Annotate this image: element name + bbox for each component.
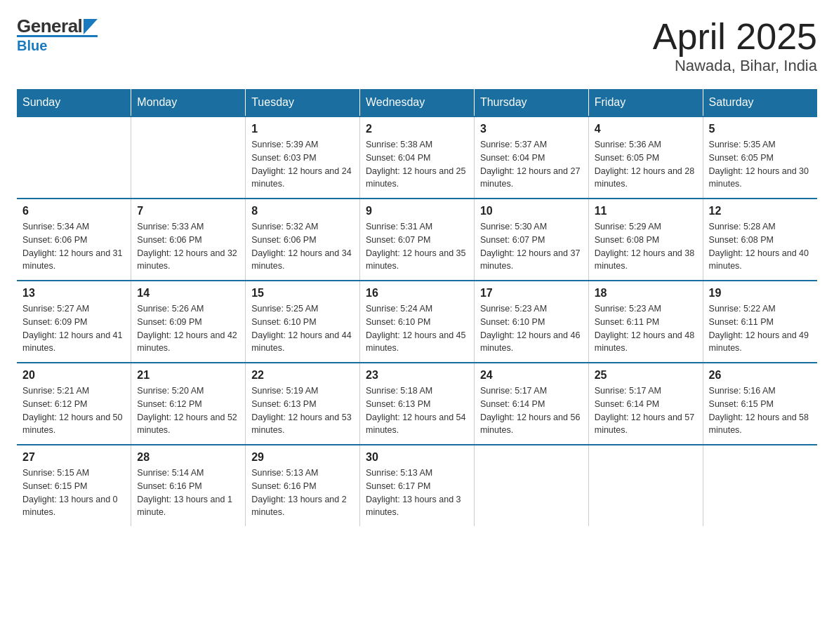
calendar-cell: 13Sunrise: 5:27 AMSunset: 6:09 PMDayligh… <box>17 281 131 363</box>
calendar-cell: 10Sunrise: 5:30 AMSunset: 6:07 PMDayligh… <box>474 199 588 281</box>
calendar-cell: 20Sunrise: 5:21 AMSunset: 6:12 PMDayligh… <box>17 363 131 445</box>
day-info: Sunrise: 5:33 AMSunset: 6:06 PMDaylight:… <box>137 220 239 273</box>
day-number: 21 <box>137 369 239 382</box>
calendar-cell: 18Sunrise: 5:23 AMSunset: 6:11 PMDayligh… <box>588 281 703 363</box>
day-info: Sunrise: 5:23 AMSunset: 6:11 PMDaylight:… <box>595 302 697 355</box>
day-number: 6 <box>22 205 125 217</box>
logo-top: General <box>17 17 82 35</box>
day-number: 28 <box>137 451 239 464</box>
day-info: Sunrise: 5:21 AMSunset: 6:12 PMDaylight:… <box>22 384 125 437</box>
day-number: 30 <box>366 451 468 464</box>
calendar-cell <box>588 445 703 526</box>
calendar-table: Sunday Monday Tuesday Wednesday Thursday… <box>17 89 817 526</box>
day-info: Sunrise: 5:35 AMSunset: 6:05 PMDaylight:… <box>709 138 812 191</box>
day-info: Sunrise: 5:16 AMSunset: 6:15 PMDaylight:… <box>709 384 812 437</box>
calendar-cell <box>474 445 588 526</box>
calendar-cell: 7Sunrise: 5:33 AMSunset: 6:06 PMDaylight… <box>131 199 246 281</box>
day-info: Sunrise: 5:20 AMSunset: 6:12 PMDaylight:… <box>137 384 239 437</box>
calendar-cell: 3Sunrise: 5:37 AMSunset: 6:04 PMDaylight… <box>474 116 588 199</box>
day-number: 26 <box>709 369 812 382</box>
day-number: 13 <box>22 287 125 300</box>
page-title: April 2025 <box>653 17 817 57</box>
calendar-cell <box>131 116 246 199</box>
col-sunday: Sunday <box>17 89 131 116</box>
calendar-cell: 26Sunrise: 5:16 AMSunset: 6:15 PMDayligh… <box>703 363 817 445</box>
calendar-cell: 5Sunrise: 5:35 AMSunset: 6:05 PMDaylight… <box>703 116 817 199</box>
day-number: 5 <box>709 123 812 135</box>
day-number: 10 <box>480 205 583 217</box>
calendar-cell: 15Sunrise: 5:25 AMSunset: 6:10 PMDayligh… <box>246 281 360 363</box>
calendar-cell: 14Sunrise: 5:26 AMSunset: 6:09 PMDayligh… <box>131 281 246 363</box>
calendar-cell: 16Sunrise: 5:24 AMSunset: 6:10 PMDayligh… <box>360 281 475 363</box>
calendar-cell: 21Sunrise: 5:20 AMSunset: 6:12 PMDayligh… <box>131 363 246 445</box>
col-monday: Monday <box>131 89 246 116</box>
day-number: 29 <box>251 451 354 464</box>
day-info: Sunrise: 5:31 AMSunset: 6:07 PMDaylight:… <box>366 220 468 273</box>
day-info: Sunrise: 5:13 AMSunset: 6:17 PMDaylight:… <box>366 467 468 519</box>
day-info: Sunrise: 5:24 AMSunset: 6:10 PMDaylight:… <box>366 302 468 355</box>
day-info: Sunrise: 5:27 AMSunset: 6:09 PMDaylight:… <box>22 302 125 355</box>
col-friday: Friday <box>588 89 703 116</box>
logo-bottom: Blue <box>17 35 98 53</box>
calendar-cell: 17Sunrise: 5:23 AMSunset: 6:10 PMDayligh… <box>474 281 588 363</box>
calendar-cell <box>703 445 817 526</box>
day-number: 17 <box>480 287 583 300</box>
calendar-cell: 27Sunrise: 5:15 AMSunset: 6:15 PMDayligh… <box>17 445 131 526</box>
day-info: Sunrise: 5:32 AMSunset: 6:06 PMDaylight:… <box>251 220 354 273</box>
day-number: 11 <box>595 205 697 217</box>
day-info: Sunrise: 5:18 AMSunset: 6:13 PMDaylight:… <box>366 384 468 437</box>
day-info: Sunrise: 5:39 AMSunset: 6:03 PMDaylight:… <box>251 138 354 191</box>
day-number: 8 <box>251 205 354 217</box>
calendar-cell: 29Sunrise: 5:13 AMSunset: 6:16 PMDayligh… <box>246 445 360 526</box>
col-saturday: Saturday <box>703 89 817 116</box>
day-info: Sunrise: 5:37 AMSunset: 6:04 PMDaylight:… <box>480 138 583 191</box>
calendar-cell: 11Sunrise: 5:29 AMSunset: 6:08 PMDayligh… <box>588 199 703 281</box>
calendar-cell: 4Sunrise: 5:36 AMSunset: 6:05 PMDaylight… <box>588 116 703 199</box>
day-number: 3 <box>480 123 583 135</box>
day-info: Sunrise: 5:15 AMSunset: 6:15 PMDaylight:… <box>22 467 125 519</box>
day-number: 12 <box>709 205 812 217</box>
calendar-week-row: 27Sunrise: 5:15 AMSunset: 6:15 PMDayligh… <box>17 445 817 526</box>
svg-marker-0 <box>84 19 98 34</box>
day-info: Sunrise: 5:25 AMSunset: 6:10 PMDaylight:… <box>251 302 354 355</box>
day-number: 16 <box>366 287 468 300</box>
day-number: 4 <box>595 123 697 135</box>
day-info: Sunrise: 5:22 AMSunset: 6:11 PMDaylight:… <box>709 302 812 355</box>
day-number: 27 <box>22 451 125 464</box>
calendar-week-row: 1Sunrise: 5:39 AMSunset: 6:03 PMDaylight… <box>17 116 817 199</box>
day-info: Sunrise: 5:29 AMSunset: 6:08 PMDaylight:… <box>595 220 697 273</box>
day-number: 25 <box>595 369 697 382</box>
calendar-cell: 22Sunrise: 5:19 AMSunset: 6:13 PMDayligh… <box>246 363 360 445</box>
col-thursday: Thursday <box>474 89 588 116</box>
page-subtitle: Nawada, Bihar, India <box>653 57 817 75</box>
day-number: 15 <box>251 287 354 300</box>
col-wednesday: Wednesday <box>360 89 475 116</box>
day-number: 1 <box>251 123 354 135</box>
calendar-cell: 25Sunrise: 5:17 AMSunset: 6:14 PMDayligh… <box>588 363 703 445</box>
day-info: Sunrise: 5:30 AMSunset: 6:07 PMDaylight:… <box>480 220 583 273</box>
day-info: Sunrise: 5:14 AMSunset: 6:16 PMDaylight:… <box>137 467 239 519</box>
day-info: Sunrise: 5:17 AMSunset: 6:14 PMDaylight:… <box>595 384 697 437</box>
logo-triangle-icon <box>84 19 98 34</box>
calendar-cell <box>17 116 131 199</box>
day-number: 18 <box>595 287 697 300</box>
day-number: 7 <box>137 205 239 217</box>
logo: General Blue <box>17 17 98 53</box>
day-number: 24 <box>480 369 583 382</box>
page-header: General Blue April 2025 Nawada, Bihar, I… <box>17 17 817 75</box>
day-info: Sunrise: 5:19 AMSunset: 6:13 PMDaylight:… <box>251 384 354 437</box>
day-info: Sunrise: 5:28 AMSunset: 6:08 PMDaylight:… <box>709 220 812 273</box>
calendar-week-row: 6Sunrise: 5:34 AMSunset: 6:06 PMDaylight… <box>17 199 817 281</box>
logo-text-block: General Blue <box>17 17 98 53</box>
calendar-week-row: 13Sunrise: 5:27 AMSunset: 6:09 PMDayligh… <box>17 281 817 363</box>
day-info: Sunrise: 5:13 AMSunset: 6:16 PMDaylight:… <box>251 467 354 519</box>
day-info: Sunrise: 5:17 AMSunset: 6:14 PMDaylight:… <box>480 384 583 437</box>
calendar-week-row: 20Sunrise: 5:21 AMSunset: 6:12 PMDayligh… <box>17 363 817 445</box>
calendar-cell: 8Sunrise: 5:32 AMSunset: 6:06 PMDaylight… <box>246 199 360 281</box>
day-info: Sunrise: 5:34 AMSunset: 6:06 PMDaylight:… <box>22 220 125 273</box>
day-number: 22 <box>251 369 354 382</box>
calendar-cell: 1Sunrise: 5:39 AMSunset: 6:03 PMDaylight… <box>246 116 360 199</box>
day-number: 2 <box>366 123 468 135</box>
day-info: Sunrise: 5:26 AMSunset: 6:09 PMDaylight:… <box>137 302 239 355</box>
day-info: Sunrise: 5:38 AMSunset: 6:04 PMDaylight:… <box>366 138 468 191</box>
